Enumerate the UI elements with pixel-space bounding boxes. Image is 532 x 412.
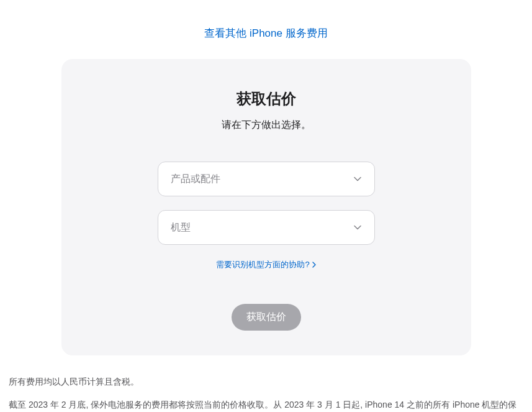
card-title: 获取估价 xyxy=(86,89,446,109)
disclaimer-line-1: 所有费用均以人民币计算且含税。 xyxy=(9,373,523,391)
model-select[interactable]: 机型 xyxy=(158,210,375,245)
chevron-down-icon xyxy=(353,223,362,232)
estimate-card: 获取估价 请在下方做出选择。 产品或配件 机型 需要识别机型方面的协助? xyxy=(61,59,471,355)
disclaimer-line-2-before: 截至 2023 年 2 月底, 保外电池服务的费用都将按照当前的价格收取。从 2… xyxy=(9,400,516,412)
model-select-placeholder: 机型 xyxy=(171,221,191,234)
identify-model-help-link[interactable]: 需要识别机型方面的协助? xyxy=(216,259,315,270)
card-subtitle: 请在下方做出选择。 xyxy=(86,119,446,132)
top-link-container: 查看其他 iPhone 服务费用 xyxy=(6,0,526,59)
product-select-wrapper: 产品或配件 xyxy=(158,162,375,196)
model-select-wrapper: 机型 xyxy=(158,210,375,245)
other-services-link[interactable]: 查看其他 iPhone 服务费用 xyxy=(204,27,327,39)
chevron-down-icon xyxy=(353,175,362,183)
product-select[interactable]: 产品或配件 xyxy=(158,162,375,196)
help-link-label: 需要识别机型方面的协助? xyxy=(216,259,309,270)
product-select-placeholder: 产品或配件 xyxy=(171,173,220,186)
chevron-right-icon xyxy=(312,262,316,268)
disclaimer-section: 所有费用均以人民币计算且含税。 截至 2023 年 2 月底, 保外电池服务的费… xyxy=(6,373,526,412)
get-estimate-button[interactable]: 获取估价 xyxy=(232,304,301,331)
disclaimer-line-2: 截至 2023 年 2 月底, 保外电池服务的费用都将按照当前的价格收取。从 2… xyxy=(9,396,523,412)
